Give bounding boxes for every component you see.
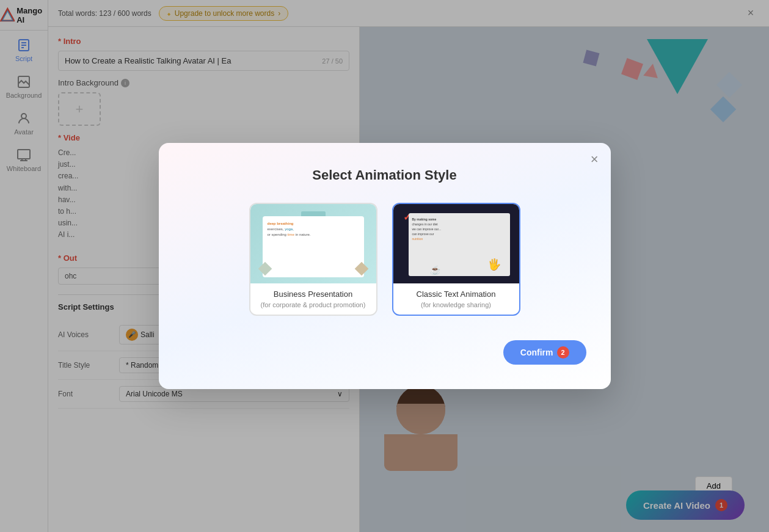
business-thumbnail: deep breathing exercises, yoga, or spend… bbox=[250, 204, 376, 283]
modal-title: Select Animation Style bbox=[183, 167, 586, 183]
animation-options: deep breathing exercises, yoga, or spend… bbox=[183, 203, 586, 316]
classic-thumbnail: ✓ By making some changes in our diet we … bbox=[393, 204, 519, 283]
coffee-icon: ☕ bbox=[430, 265, 440, 275]
business-card-sublabel: (for corporate & product promotion) bbox=[250, 301, 376, 315]
modal-overlay: × Select Animation Style deep breathing … bbox=[0, 0, 769, 532]
animation-card-business[interactable]: deep breathing exercises, yoga, or spend… bbox=[249, 203, 377, 316]
confirm-label: Confirm bbox=[520, 348, 553, 357]
animation-card-classic[interactable]: ✓ By making some changes in our diet we … bbox=[392, 203, 520, 316]
business-card-label: Business Presentation bbox=[250, 283, 376, 301]
select-animation-modal: × Select Animation Style deep breathing … bbox=[159, 143, 611, 389]
classic-card-sublabel: (for knowledge sharing) bbox=[393, 301, 519, 315]
classic-card-label: Classic Text Animation bbox=[393, 283, 519, 301]
hand-icon: 🖐 bbox=[487, 258, 501, 271]
modal-close-button[interactable]: × bbox=[591, 153, 599, 166]
confirm-button[interactable]: Confirm 2 bbox=[503, 340, 586, 365]
paper-decoration: deep breathing exercises, yoga, or spend… bbox=[263, 216, 364, 277]
modal-footer: Confirm 2 bbox=[183, 340, 586, 365]
confirm-badge: 2 bbox=[557, 346, 569, 359]
